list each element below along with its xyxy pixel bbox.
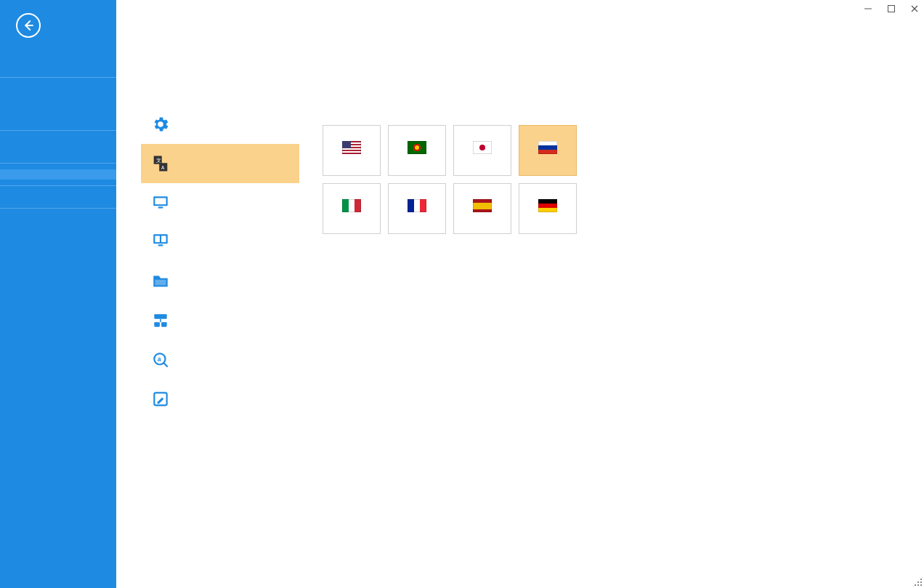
language-icon: 文A xyxy=(151,154,170,173)
arrow-left-icon xyxy=(22,19,35,32)
svg-rect-10 xyxy=(158,206,163,208)
svg-rect-13 xyxy=(158,244,163,246)
category-general[interactable] xyxy=(141,105,299,144)
sidebar-item-close[interactable] xyxy=(0,114,116,124)
edit-icon xyxy=(151,390,170,408)
category-documents[interactable] xyxy=(141,262,299,301)
main-content: 文A xyxy=(116,17,924,588)
sidebar-item-settings[interactable] xyxy=(0,169,116,180)
gear-icon xyxy=(151,115,170,134)
svg-text:a: a xyxy=(158,355,161,363)
sidebar-separator xyxy=(0,185,116,186)
flag-de-icon xyxy=(538,199,557,212)
svg-text:文: 文 xyxy=(156,158,161,163)
language-grid xyxy=(323,125,584,234)
sidebar-item-save[interactable] xyxy=(0,94,116,104)
maximize-button[interactable] xyxy=(886,4,896,14)
flag-pt-icon xyxy=(408,141,426,154)
settings-panel xyxy=(323,105,909,234)
language-option-jp[interactable] xyxy=(453,125,511,176)
flag-es-icon xyxy=(473,199,492,212)
language-option-ru[interactable] xyxy=(519,125,577,176)
close-button[interactable] xyxy=(909,4,920,14)
svg-rect-15 xyxy=(161,236,166,243)
category-correction[interactable] xyxy=(141,379,299,419)
resize-grip[interactable] xyxy=(914,578,923,587)
category-ocr[interactable]: a xyxy=(141,340,299,379)
flag-en-icon xyxy=(342,141,361,154)
language-option-en[interactable] xyxy=(323,125,381,176)
svg-text:A: A xyxy=(161,165,165,170)
flag-jp-icon xyxy=(473,141,492,154)
sidebar-item-open[interactable] xyxy=(0,84,116,94)
svg-rect-11 xyxy=(155,198,166,205)
sidebar-item-create[interactable] xyxy=(0,51,116,61)
sidebar-separator xyxy=(0,77,116,78)
sidebar-item-print[interactable] xyxy=(0,214,116,225)
svg-rect-18 xyxy=(161,322,167,327)
sidebar-separator xyxy=(0,130,116,131)
svg-line-21 xyxy=(163,363,167,366)
sidebar-item-compress[interactable] xyxy=(0,137,116,147)
ocr-icon: a xyxy=(151,350,170,369)
titlebar xyxy=(116,0,924,17)
sidebar-item-save-as[interactable] xyxy=(0,104,116,114)
sidebar-item-properties[interactable] xyxy=(0,147,116,157)
language-option-de[interactable] xyxy=(519,183,577,234)
back-button[interactable] xyxy=(16,13,41,38)
sidebar-item-send[interactable] xyxy=(0,192,116,202)
category-proxy[interactable] xyxy=(141,301,299,340)
folder-icon xyxy=(151,272,170,291)
monitor-icon xyxy=(151,193,170,212)
svg-rect-17 xyxy=(154,322,160,327)
network-icon xyxy=(151,311,170,330)
svg-rect-14 xyxy=(155,236,160,243)
flag-it-icon xyxy=(342,199,361,212)
svg-rect-1 xyxy=(888,6,895,12)
sidebar-item-convert[interactable] xyxy=(0,61,116,71)
language-option-fr[interactable] xyxy=(388,183,446,234)
flag-fr-icon xyxy=(408,199,426,212)
category-graphics[interactable] xyxy=(141,183,299,222)
settings-category-list: 文A xyxy=(141,105,299,419)
language-option-it[interactable] xyxy=(323,183,381,234)
category-language[interactable]: 文A xyxy=(141,144,299,183)
sidebar-separator xyxy=(0,163,116,164)
category-pagelayout[interactable] xyxy=(141,222,299,262)
sidebar-item-exit[interactable] xyxy=(0,225,116,235)
flag-ru-icon xyxy=(538,141,557,154)
language-option-es[interactable] xyxy=(453,183,511,234)
sidebar xyxy=(0,0,116,588)
layout-icon xyxy=(151,231,170,250)
window-controls xyxy=(863,0,920,17)
sidebar-separator xyxy=(0,208,116,209)
svg-rect-16 xyxy=(154,314,166,319)
minimize-button[interactable] xyxy=(863,4,873,14)
language-option-pt[interactable] xyxy=(388,125,446,176)
